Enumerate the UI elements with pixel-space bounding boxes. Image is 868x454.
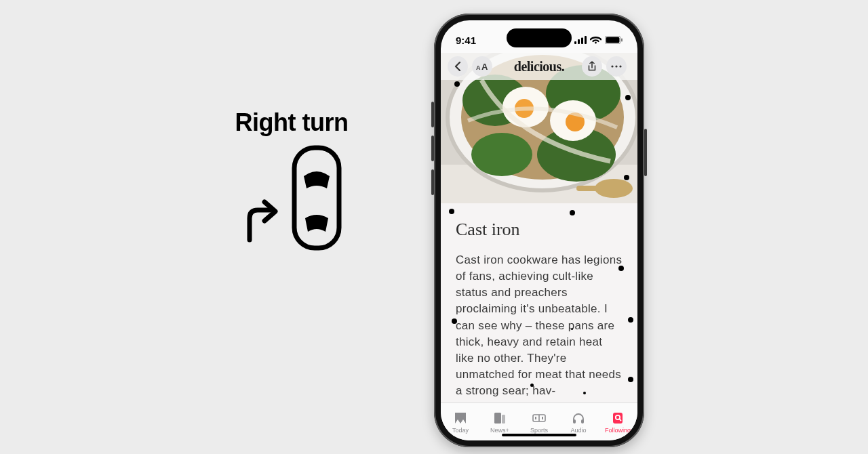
car-top-view-icon <box>286 144 347 252</box>
svg-point-10 <box>611 65 613 67</box>
motion-cue-dot <box>583 392 586 394</box>
motion-cue-dot <box>571 328 573 330</box>
motion-cue-dot <box>618 266 624 271</box>
right-turn-arrow-icon <box>236 198 283 245</box>
motion-cue-dot <box>530 384 534 387</box>
svg-point-12 <box>619 65 621 67</box>
svg-rect-33 <box>573 419 576 424</box>
tab-label: News+ <box>490 427 509 434</box>
tab-label: Today <box>452 427 469 434</box>
motion-cue-dot <box>570 210 575 215</box>
svg-rect-7 <box>621 39 623 42</box>
text-size-button[interactable]: AA <box>472 56 492 77</box>
news-icon <box>453 411 468 426</box>
svg-rect-32 <box>542 417 543 419</box>
iphone-mockup: 9:41 AA delicious. <box>434 14 644 447</box>
svg-rect-6 <box>606 37 620 43</box>
motion-cue-dot <box>454 81 460 87</box>
svg-rect-3 <box>581 38 583 45</box>
svg-rect-35 <box>613 413 623 424</box>
svg-text:A: A <box>481 62 488 71</box>
battery-icon <box>605 36 623 44</box>
tab-today[interactable]: Today <box>441 403 480 440</box>
motion-cue-dot <box>449 209 454 214</box>
svg-rect-1 <box>574 41 576 44</box>
wifi-icon <box>590 36 601 44</box>
svg-rect-27 <box>494 413 501 424</box>
home-indicator[interactable] <box>502 434 576 436</box>
svg-rect-4 <box>585 36 587 44</box>
article-paragraph: Cast iron cookware has legions of fans, … <box>456 252 623 399</box>
svg-point-11 <box>615 65 617 67</box>
more-button[interactable] <box>606 56 627 77</box>
headphones-icon <box>571 411 586 426</box>
svg-rect-28 <box>502 415 505 424</box>
tab-label: Audio <box>570 427 586 434</box>
svg-rect-0 <box>294 148 339 248</box>
tab-label: Following <box>605 427 631 434</box>
svg-rect-26 <box>576 186 610 191</box>
text-size-icon: AA <box>476 62 488 71</box>
motion-cue-dot <box>452 318 457 324</box>
article-section-heading: Cast iron <box>456 220 623 240</box>
article-nav-bar: AA delicious. <box>441 53 637 80</box>
svg-rect-2 <box>578 39 580 44</box>
motion-cue-dot <box>624 175 629 180</box>
annotation-title: Right turn <box>224 108 359 137</box>
phone-screen: 9:41 AA delicious. <box>441 20 637 440</box>
motion-cue-dot <box>628 377 633 382</box>
tab-following[interactable]: Following <box>598 403 637 440</box>
share-icon <box>587 61 597 72</box>
motion-cue-dot <box>625 95 631 100</box>
following-icon <box>610 411 625 426</box>
motion-cue-annotation: Right turn <box>224 108 359 255</box>
publication-title: delicious. <box>496 59 582 75</box>
ellipsis-icon <box>611 65 622 68</box>
chevron-left-icon <box>454 62 461 71</box>
svg-text:A: A <box>476 64 481 71</box>
sports-icon <box>532 411 547 426</box>
share-button[interactable] <box>582 56 602 77</box>
article-body-container[interactable]: Cast iron Cast iron cookware has legions… <box>441 203 637 403</box>
svg-rect-31 <box>535 417 536 419</box>
tab-label: Sports <box>530 427 548 434</box>
dynamic-island <box>507 28 572 47</box>
newsplus-icon <box>492 411 507 426</box>
back-button[interactable] <box>448 56 468 77</box>
motion-cue-dot <box>628 317 633 323</box>
status-time: 9:41 <box>456 35 476 46</box>
svg-rect-34 <box>581 419 584 424</box>
cellular-signal-icon <box>574 36 587 44</box>
svg-point-20 <box>471 133 532 176</box>
